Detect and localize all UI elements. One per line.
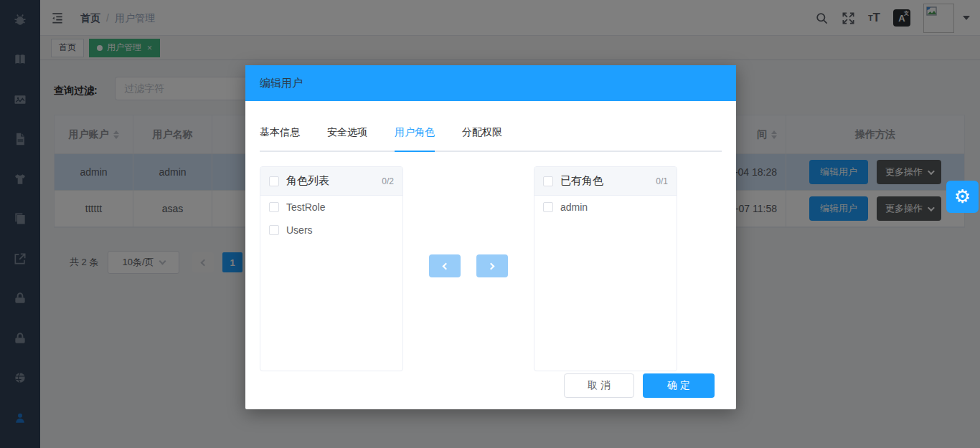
item-checkbox[interactable]	[543, 202, 553, 212]
tab-user-roles[interactable]: 用户角色	[395, 126, 435, 152]
edit-user-dialog: 编辑用户 基本信息 安全选项 用户角色 分配权限 角色列表 0/2 TestRo…	[245, 65, 736, 409]
chevron-left-icon	[443, 262, 450, 270]
transfer-source-panel: 角色列表 0/2 TestRole Users	[260, 166, 403, 371]
select-all-checkbox[interactable]	[269, 176, 279, 186]
gear-icon: ⚙	[954, 186, 971, 208]
list-item[interactable]: admin	[534, 196, 677, 219]
list-item[interactable]: TestRole	[260, 196, 402, 219]
panel-title: 角色列表	[286, 174, 374, 188]
select-all-checkbox[interactable]	[543, 176, 553, 186]
dialog-title: 编辑用户	[260, 77, 303, 90]
item-label: admin	[560, 201, 588, 213]
panel-title: 已有角色	[560, 174, 649, 188]
item-label: TestRole	[286, 201, 325, 213]
transfer-target-panel: 已有角色 0/1 admin	[534, 166, 677, 371]
panel-count: 0/2	[382, 176, 394, 186]
cancel-button[interactable]: 取 消	[564, 373, 634, 398]
dialog-header: 编辑用户	[245, 65, 736, 101]
transfer-to-right-button[interactable]	[476, 254, 508, 277]
transfer-to-left-button[interactable]	[429, 254, 461, 277]
settings-button[interactable]: ⚙	[946, 181, 979, 213]
tab-basic-info[interactable]: 基本信息	[260, 126, 300, 151]
tab-security-options[interactable]: 安全选项	[327, 126, 367, 151]
item-checkbox[interactable]	[269, 225, 279, 235]
list-item[interactable]: Users	[260, 219, 402, 242]
chevron-right-icon	[488, 262, 495, 270]
item-checkbox[interactable]	[269, 202, 279, 212]
transfer-target-header: 已有角色 0/1	[534, 167, 677, 196]
dialog-tabs: 基本信息 安全选项 用户角色 分配权限	[260, 126, 722, 152]
transfer-source-header: 角色列表 0/2	[260, 167, 402, 196]
confirm-button[interactable]: 确 定	[643, 373, 715, 398]
panel-count: 0/1	[656, 176, 668, 186]
app-window: 首页/用户管理 TT A文 首页 用户管理 × 查询过滤: 过滤字符	[0, 0, 980, 448]
tab-assign-permissions[interactable]: 分配权限	[462, 126, 502, 151]
item-label: Users	[286, 224, 313, 236]
